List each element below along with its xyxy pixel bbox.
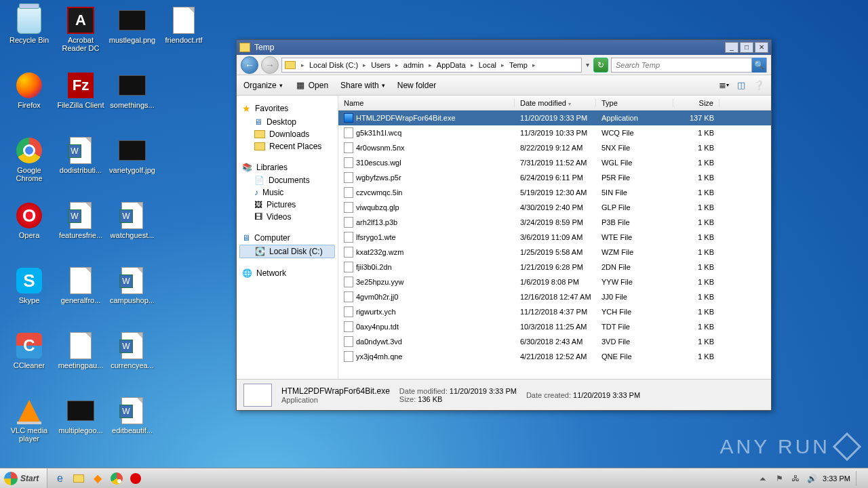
desktop-icon-label: featuresfrie...: [59, 231, 102, 239]
tray-network-icon[interactable]: 🖧: [790, 473, 801, 484]
organize-menu[interactable]: Organize ▾: [243, 81, 283, 90]
file-row[interactable]: yx3jq4mh.qne4/21/2018 12:52 AMQNE File1 …: [338, 349, 771, 364]
titlebar[interactable]: Temp _ □ ✕: [237, 40, 771, 55]
desktop-icon[interactable]: campushop...: [106, 264, 158, 329]
new-folder-button[interactable]: New folder: [397, 81, 436, 90]
desktop-icon[interactable]: generalfro...: [55, 264, 106, 329]
desktop-icon[interactable]: mustlegal.png: [106, 3, 158, 68]
preview-pane-icon[interactable]: ◫: [736, 80, 747, 91]
show-desktop-button[interactable]: [856, 471, 863, 486]
file-row[interactable]: rigwurtx.ych11/12/2018 4:37 PMYCH File1 …: [338, 304, 771, 319]
desktop-icon[interactable]: meetingpau...: [55, 329, 106, 394]
breadcrumb-segment[interactable]: Local Disk (C:): [307, 61, 360, 69]
sidebar-item-local-disk[interactable]: 💽Local Disk (C:): [239, 245, 335, 258]
desktop-icon[interactable]: VLC media player: [3, 394, 55, 459]
taskbar-player-icon[interactable]: ◆: [91, 472, 104, 485]
help-icon[interactable]: ❔: [753, 80, 764, 91]
file-rows-area[interactable]: HTML2PDFWrapFor64Bit.exe11/20/2019 3:33 …: [338, 110, 771, 379]
desktop-icon[interactable]: Firefox: [3, 68, 55, 134]
open-button[interactable]: ▦Open: [295, 80, 328, 91]
ff-icon: [15, 71, 43, 100]
sidebar-item-recent[interactable]: Recent Places: [239, 140, 335, 152]
tray-volume-icon[interactable]: 🔊: [806, 473, 817, 484]
breadcrumb[interactable]: ▸ Local Disk (C:)▸Users▸admin▸AppData▸Lo…: [281, 58, 582, 73]
nav-back-button[interactable]: ←: [241, 56, 258, 74]
file-row[interactable]: g5k31h1l.wcq11/3/2019 10:33 PMWCQ File1 …: [338, 125, 771, 140]
chevron-right-icon[interactable]: ▸: [394, 62, 400, 68]
desktop-icon[interactable]: currencyea...: [106, 329, 158, 394]
breadcrumb-dropdown-icon[interactable]: ▾: [585, 61, 591, 68]
file-row[interactable]: czvcwmqc.5in5/19/2019 12:30 AM5IN File1 …: [338, 185, 771, 200]
file-row[interactable]: arh2lf13.p3b3/24/2019 8:59 PMP3B File1 K…: [338, 215, 771, 230]
desktop-icon[interactable]: somethings...: [106, 68, 158, 134]
desktop-icon[interactable]: Opera: [3, 199, 55, 264]
taskbar-opera-icon[interactable]: [129, 472, 142, 485]
sidebar-group-network[interactable]: 🌐Network: [239, 266, 335, 280]
tray-expand-icon[interactable]: ⏶: [757, 473, 768, 484]
sidebar-group-computer[interactable]: 🖥Computer: [239, 231, 335, 245]
close-button[interactable]: ✕: [755, 42, 768, 53]
tray-clock[interactable]: 3:33 PM: [823, 474, 850, 483]
taskbar-explorer-icon[interactable]: [72, 472, 85, 485]
nav-forward-button[interactable]: →: [261, 56, 279, 74]
file-row[interactable]: 3e25hpzu.yyw1/6/2019 8:08 PMYYW File1 KB: [338, 274, 771, 289]
file-row[interactable]: 0axy4npu.tdt10/3/2018 11:25 AMTDT File1 …: [338, 319, 771, 334]
view-menu-icon[interactable]: ≣ ▾: [718, 80, 729, 91]
breadcrumb-segment[interactable]: Users: [369, 61, 393, 69]
breadcrumb-segment[interactable]: Temp: [507, 61, 530, 69]
column-type[interactable]: Type: [596, 99, 673, 107]
column-name[interactable]: Name: [338, 99, 515, 107]
taskbar-ie-icon[interactable]: e: [53, 472, 66, 485]
desktop-icon[interactable]: Recycle Bin: [3, 3, 55, 68]
chevron-right-icon[interactable]: ▸: [361, 62, 368, 68]
breadcrumb-segment[interactable]: admin: [401, 61, 426, 69]
file-row[interactable]: HTML2PDFWrapFor64Bit.exe11/20/2019 3:33 …: [338, 110, 771, 125]
chevron-right-icon[interactable]: ▸: [469, 62, 475, 68]
sidebar-item-pictures[interactable]: 🖼Pictures: [239, 199, 335, 211]
file-row[interactable]: 4gvm0h2r.jj012/16/2018 12:47 AMJJ0 File1…: [338, 289, 771, 304]
desktop-icon[interactable]: editbeautif...: [106, 394, 158, 459]
desktop-icon[interactable]: multiplegoo...: [55, 394, 106, 459]
column-date[interactable]: Date modified ▾: [515, 99, 596, 107]
maximize-button[interactable]: □: [740, 42, 753, 53]
desktop-icon[interactable]: friendoct.rtf: [158, 3, 210, 68]
desktop-icon[interactable]: FzFileZilla Client: [55, 68, 106, 134]
chevron-right-icon[interactable]: ▸: [531, 62, 537, 68]
share-menu[interactable]: Share with ▾: [340, 81, 385, 90]
sidebar-group-favorites[interactable]: ★Favorites: [239, 101, 335, 116]
desktop-icon[interactable]: dodistributi...: [55, 134, 106, 199]
desktop-icon[interactable]: featuresfrie...: [55, 199, 106, 264]
file-row[interactable]: fjii3b0i.2dn1/21/2019 6:28 PM2DN File1 K…: [338, 260, 771, 274]
desktop-icon[interactable]: SSkype: [3, 264, 55, 329]
desktop-icon[interactable]: varietygolf.jpg: [106, 134, 158, 199]
desktop-icon[interactable]: Google Chrome: [3, 134, 55, 199]
sidebar-item-downloads[interactable]: Downloads: [239, 128, 335, 140]
sidebar-item-desktop[interactable]: 🖥Desktop: [239, 116, 335, 128]
file-row[interactable]: wgbyfzws.p5r6/24/2019 6:11 PMP5R File1 K…: [338, 170, 771, 185]
file-row[interactable]: viwqubzq.glp4/30/2019 2:40 PMGLP File1 K…: [338, 200, 771, 215]
file-row[interactable]: 4r0owsnm.5nx8/22/2019 9:12 AM5NX File1 K…: [338, 140, 771, 155]
desktop-icon[interactable]: CCleaner: [3, 329, 55, 394]
file-row[interactable]: da0ndywt.3vd6/30/2018 2:43 AM3VD File1 K…: [338, 334, 771, 349]
breadcrumb-segment[interactable]: AppData: [435, 61, 468, 69]
refresh-button[interactable]: ↻: [593, 58, 608, 73]
taskbar-chrome-icon[interactable]: [110, 472, 123, 485]
file-row[interactable]: kxat232g.wzm1/25/2019 5:58 AMWZM File1 K…: [338, 245, 771, 260]
sidebar-group-libraries[interactable]: 📚Libraries: [239, 161, 335, 174]
sidebar-item-documents[interactable]: 📄Documents: [239, 174, 335, 186]
file-row[interactable]: lfsrygo1.wte3/6/2019 11:09 AMWTE File1 K…: [338, 230, 771, 245]
minimize-button[interactable]: _: [725, 42, 738, 53]
sidebar-item-videos[interactable]: 🎞Videos: [239, 211, 335, 223]
column-size[interactable]: Size: [673, 99, 719, 107]
breadcrumb-segment[interactable]: Local: [477, 61, 498, 69]
desktop-icon[interactable]: AAcrobat Reader DC: [55, 3, 106, 68]
file-row[interactable]: 310escus.wgl7/31/2019 11:52 AMWGL File1 …: [338, 155, 771, 170]
search-button[interactable]: 🔍: [751, 58, 766, 73]
desktop-icon[interactable]: watchguest...: [106, 199, 158, 264]
chevron-right-icon[interactable]: ▸: [427, 62, 433, 68]
tray-flag-icon[interactable]: ⚑: [774, 473, 785, 484]
chevron-right-icon[interactable]: ▸: [500, 62, 506, 68]
search-input[interactable]: [612, 61, 751, 69]
sidebar-item-music[interactable]: ♪Music: [239, 186, 335, 199]
start-button[interactable]: Start: [0, 468, 47, 489]
